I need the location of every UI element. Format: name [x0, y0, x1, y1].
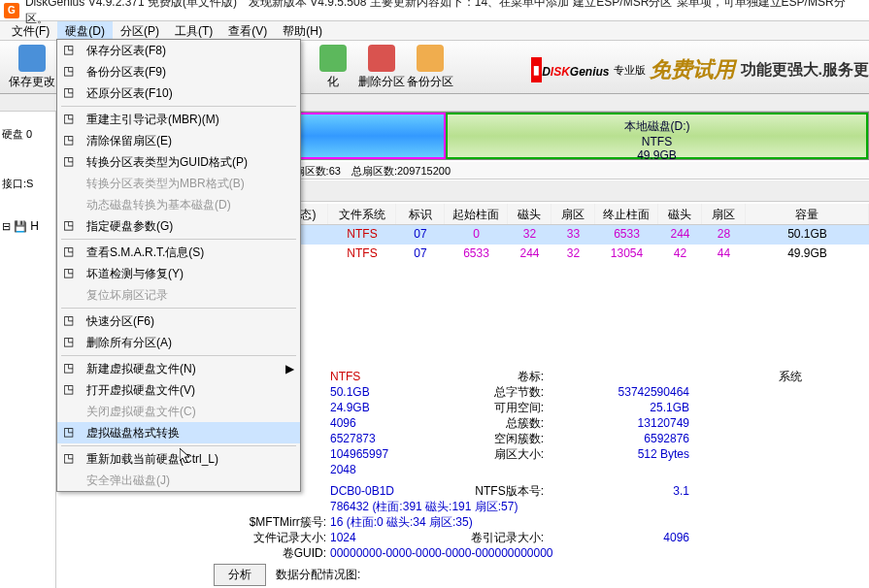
menu-item[interactable]: ◳指定硬盘参数(G)	[57, 215, 300, 237]
menu-partition[interactable]: 分区(P)	[113, 21, 167, 40]
banner: ▮ DISKGenius 专业版 免费试用 功能更强大.服务更	[531, 41, 869, 94]
menu-item[interactable]: ◳打开虚拟硬盘文件(V)	[57, 379, 300, 401]
tb-save[interactable]: 保存更改	[8, 45, 56, 90]
hd-label: 硬盘 0	[0, 123, 55, 146]
menu-item[interactable]: ◳重建主引导记录(MBR)(M)	[57, 109, 300, 130]
menu-icon: ◳	[63, 451, 79, 467]
tb-format[interactable]: 化	[309, 45, 357, 90]
menu-item[interactable]: ◳查看S.M.A.R.T.信息(S)	[57, 242, 300, 263]
menu-item[interactable]: ◳还原分区表(F10)	[57, 82, 300, 104]
menu-icon: ◳	[63, 133, 79, 148]
iface-label: 接口:S	[0, 173, 55, 195]
tb-delete[interactable]: 删除分区	[357, 45, 406, 90]
menu-icon: ◳	[63, 154, 79, 170]
analyze-button[interactable]: 分析	[214, 564, 266, 586]
menu-icon	[63, 287, 79, 303]
partition-d[interactable]: 本地磁盘(D:) NTFS 49.9GB	[446, 113, 868, 159]
menu-item[interactable]: ◳删除所有分区(A)	[57, 332, 300, 353]
menu-icon	[63, 404, 79, 419]
menu-item[interactable]: ◳新建虚拟硬盘文件(N)▶	[57, 358, 300, 379]
menu-item: 复位坏扇区记录	[57, 284, 300, 306]
dist-label: 数据分配情况图:	[276, 567, 360, 583]
menu-icon: ◳	[63, 64, 79, 80]
menu-item[interactable]: ◳坏道检测与修复(Y)	[57, 263, 300, 284]
menu-item[interactable]: ◳保存分区表(F8)	[57, 40, 300, 61]
menu-disk[interactable]: 硬盘(D)	[57, 21, 113, 40]
left-pane: 硬盘 0 接口:S	[0, 112, 56, 588]
menu-item[interactable]: ◳快速分区(F6)	[57, 310, 300, 332]
menu-item: 转换分区表类型为MBR格式(B)	[57, 173, 300, 194]
menu-item: 动态磁盘转换为基本磁盘(D)	[57, 194, 300, 215]
menu-icon: ◳	[63, 218, 79, 234]
menu-item[interactable]: ◳转换分区表类型为GUID格式(P)	[57, 151, 300, 173]
app-logo: G	[4, 3, 19, 18]
menu-icon: ◳	[63, 361, 79, 376]
menu-item: 安全弹出磁盘(J)	[57, 470, 300, 491]
menu-icon	[63, 197, 79, 212]
disk-tree[interactable]: ⊟ 💾 H	[2, 219, 39, 233]
menu-icon: ◳	[63, 382, 79, 398]
menu-icon: ◳	[63, 245, 79, 260]
menu-icon: ◳	[63, 335, 79, 350]
menu-icon: ◳	[63, 85, 79, 101]
menu-icon: ◳	[63, 313, 79, 329]
menu-view[interactable]: 查看(V)	[220, 21, 275, 40]
menu-file[interactable]: 文件(F)	[4, 21, 57, 40]
menu-tools[interactable]: 工具(T)	[167, 21, 220, 40]
menu-icon	[63, 176, 79, 191]
menu-icon: ◳	[63, 425, 79, 441]
menu-icon: ◳	[63, 112, 79, 127]
menu-item[interactable]: ◳备份分区表(F9)	[57, 61, 300, 82]
bottom-bar: 分析 数据分配情况图:	[214, 563, 869, 586]
menu-icon	[63, 473, 79, 488]
menu-item: 关闭虚拟硬盘文件(C)	[57, 401, 300, 422]
menu-icon: ◳	[63, 266, 79, 281]
menu-help[interactable]: 帮助(H)	[275, 21, 330, 40]
tb-backup[interactable]: 备份分区	[406, 45, 454, 90]
menu-item[interactable]: ◳重新加载当前硬盘(Ctrl_L)	[57, 448, 300, 470]
disk-menu-dropdown[interactable]: ◳保存分区表(F8)◳备份分区表(F9)◳还原分区表(F10)◳重建主引导记录(…	[56, 39, 301, 492]
menu-item[interactable]: ◳清除保留扇区(E)	[57, 130, 300, 151]
menu-icon: ◳	[63, 43, 79, 58]
detail-pane: NTFS卷标:系统 50.1GB总字节数:5374259046424.9GB可用…	[214, 369, 861, 561]
menu-item[interactable]: ◳虚拟磁盘格式转换	[57, 422, 300, 443]
